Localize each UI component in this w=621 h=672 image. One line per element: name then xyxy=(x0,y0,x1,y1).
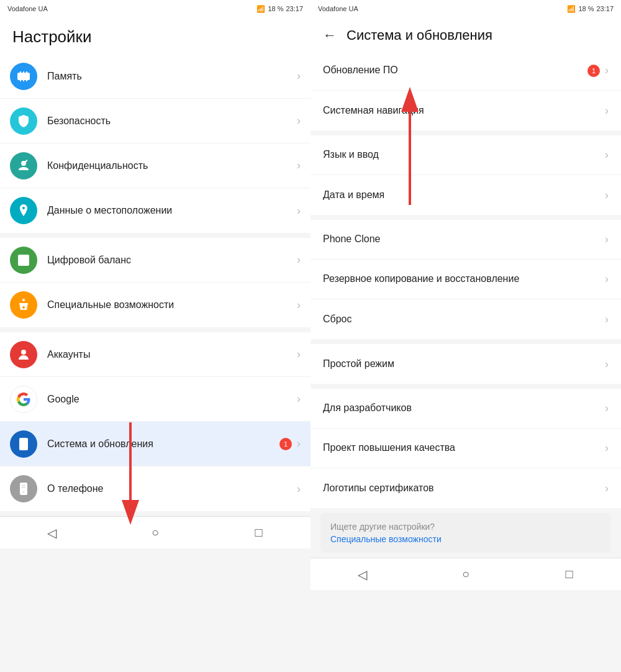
right-item-reset[interactable]: Сброс › xyxy=(310,299,621,339)
svg-point-18 xyxy=(23,491,24,493)
about-chevron: › xyxy=(297,483,301,496)
right-item-backup[interactable]: Резервное копирование и восстановление › xyxy=(310,260,621,299)
right-nav-bar: ◁ ○ □ xyxy=(310,558,621,590)
accounts-label: Аккаунты xyxy=(47,349,297,360)
privacy-icon xyxy=(10,152,37,179)
left-section-1: Память › Безопасность › Конфиденциальнос… xyxy=(0,54,310,233)
right-carrier: Vodafone UA xyxy=(318,5,358,12)
easymode-chevron: › xyxy=(605,358,609,371)
right-item-phoneclone[interactable]: Phone Clone › xyxy=(310,220,621,260)
datetime-label: Дата и время xyxy=(323,179,605,212)
quality-chevron: › xyxy=(605,442,609,455)
back-button[interactable]: ← xyxy=(323,27,337,43)
sidebar-item-memory[interactable]: Память › xyxy=(0,54,310,99)
left-time: 23:17 xyxy=(286,5,303,12)
right-section-1: Обновление ПО 1 › Системная навигация › xyxy=(310,51,621,130)
right-signal-icon: 📶 xyxy=(567,5,576,13)
accessibility-icon xyxy=(10,291,37,319)
phoneclone-chevron: › xyxy=(605,233,609,246)
sidebar-item-google[interactable]: Google › xyxy=(0,377,310,422)
right-section-3: Phone Clone › Резервное копирование и во… xyxy=(310,220,621,339)
security-icon xyxy=(10,107,37,135)
backup-chevron: › xyxy=(605,273,609,286)
right-nav-recents[interactable]: □ xyxy=(557,562,582,587)
digital-label: Цифровой баланс xyxy=(47,255,297,266)
search-link[interactable]: Специальные возможности xyxy=(330,534,601,544)
about-icon xyxy=(10,475,37,502)
memory-chevron: › xyxy=(297,70,301,83)
language-chevron: › xyxy=(605,148,609,161)
right-item-nav[interactable]: Системная навигация › xyxy=(310,91,621,130)
memory-icon xyxy=(10,63,37,90)
right-item-datetime[interactable]: Дата и время › xyxy=(310,175,621,215)
update-chevron: › xyxy=(605,64,609,77)
left-status-right: 📶 18 % 23:17 xyxy=(256,5,303,13)
right-time: 23:17 xyxy=(596,5,614,12)
left-nav-bar: ◁ ○ □ xyxy=(0,516,310,548)
svg-rect-16 xyxy=(22,485,25,486)
system-icon xyxy=(10,430,37,458)
right-item-quality[interactable]: Проект повышения качества › xyxy=(310,429,621,468)
search-hint-box: Ищете другие настройки? Специальные возм… xyxy=(320,513,611,553)
right-section-4: Простой режим › xyxy=(310,344,621,384)
left-battery: 18 % xyxy=(268,5,283,12)
location-chevron: › xyxy=(297,204,301,217)
sidebar-item-about[interactable]: О телефоне › xyxy=(0,466,310,511)
backup-label: Резервное копирование и восстановление xyxy=(323,263,605,296)
svg-rect-14 xyxy=(21,442,25,443)
privacy-label: Конфиденциальность xyxy=(47,160,297,171)
reset-chevron: › xyxy=(605,313,609,326)
right-item-devopt[interactable]: Для разработчиков › xyxy=(310,389,621,429)
svg-rect-4 xyxy=(20,79,21,81)
svg-point-12 xyxy=(23,446,25,448)
right-item-update[interactable]: Обновление ПО 1 › xyxy=(310,51,621,91)
svg-rect-3 xyxy=(26,71,27,73)
right-nav-home[interactable]: ○ xyxy=(453,562,478,587)
location-label: Данные о местоположении xyxy=(47,205,297,216)
svg-rect-17 xyxy=(22,487,25,488)
right-battery: 18 % xyxy=(578,5,594,12)
reset-label: Сброс xyxy=(323,303,605,336)
sidebar-item-location[interactable]: Данные о местоположении › xyxy=(0,188,310,233)
left-carrier: Vodafone UA xyxy=(7,5,48,12)
right-section-5: Для разработчиков › Проект повышения кач… xyxy=(310,389,621,508)
right-status-bar: Vodafone UA 📶 18 % 23:17 xyxy=(310,0,621,17)
sidebar-item-system[interactable]: Система и обновления 1 › xyxy=(0,422,310,466)
left-nav-back[interactable]: ◁ xyxy=(39,520,64,545)
privacy-chevron: › xyxy=(297,159,301,172)
update-label: Обновление ПО xyxy=(323,54,587,87)
svg-rect-1 xyxy=(20,71,21,73)
datetime-chevron: › xyxy=(605,189,609,202)
sidebar-item-privacy[interactable]: Конфиденциальность › xyxy=(0,143,310,188)
sidebar-item-security[interactable]: Безопасность › xyxy=(0,99,310,143)
left-nav-recents[interactable]: □ xyxy=(247,520,271,545)
right-nav-back[interactable]: ◁ xyxy=(350,562,374,587)
svg-point-10 xyxy=(21,350,26,355)
sidebar-item-digital[interactable]: Цифровой баланс › xyxy=(0,238,310,283)
system-badge: 1 xyxy=(279,438,292,450)
devopt-label: Для разработчиков xyxy=(323,392,605,425)
accessibility-chevron: › xyxy=(297,299,301,312)
right-section-2: Язык и ввод › Дата и время › xyxy=(310,135,621,215)
update-badge: 1 xyxy=(587,65,600,77)
right-item-easymode[interactable]: Простой режим › xyxy=(310,344,621,384)
security-chevron: › xyxy=(297,114,301,127)
location-icon xyxy=(10,197,37,224)
memory-label: Память xyxy=(47,71,297,82)
left-title: Настройки xyxy=(12,27,298,47)
google-label: Google xyxy=(47,394,297,405)
right-item-certlogos[interactable]: Логотипы сертификатов › xyxy=(310,468,621,508)
left-settings-list: Память › Безопасность › Конфиденциальнос… xyxy=(0,54,310,516)
svg-rect-5 xyxy=(23,79,24,81)
language-label: Язык и ввод xyxy=(323,138,605,171)
right-title: Система и обновления xyxy=(347,27,492,43)
nav-label: Системная навигация xyxy=(323,94,605,127)
right-item-language[interactable]: Язык и ввод › xyxy=(310,135,621,175)
svg-rect-0 xyxy=(17,73,30,80)
svg-rect-15 xyxy=(20,483,27,495)
left-section-2: Цифровой баланс › Специальные возможност… xyxy=(0,238,310,327)
nav-chevron: › xyxy=(605,104,609,117)
sidebar-item-accounts[interactable]: Аккаунты › xyxy=(0,332,310,377)
left-nav-home[interactable]: ○ xyxy=(143,520,168,545)
sidebar-item-accessibility[interactable]: Специальные возможности › xyxy=(0,283,310,327)
